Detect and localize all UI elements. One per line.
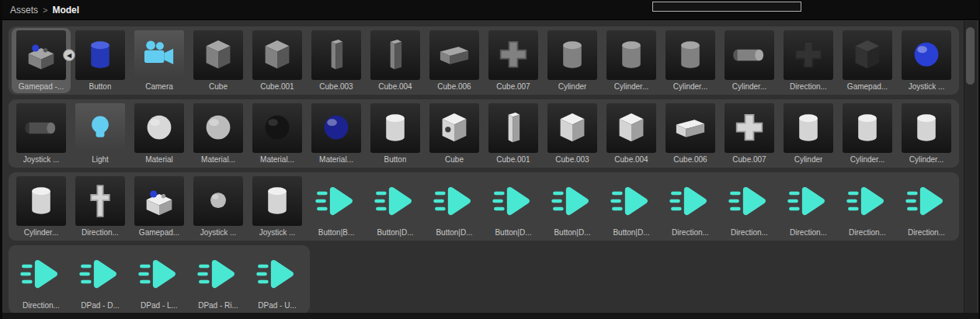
asset-item[interactable]: Material... xyxy=(248,101,307,166)
asset-label: Material... xyxy=(260,155,294,165)
asset-item[interactable]: DPad - U... xyxy=(248,247,307,312)
asset-item[interactable]: Cube xyxy=(189,28,248,93)
asset-label: Button|B... xyxy=(318,228,355,238)
panel-icon xyxy=(373,33,418,78)
asset-item[interactable]: Button|B... xyxy=(307,174,366,239)
asset-item[interactable]: Cube.006 xyxy=(661,101,720,166)
asset-label: Direction... xyxy=(672,228,709,238)
camera-icon xyxy=(137,33,182,78)
asset-item[interactable]: Direction... xyxy=(779,174,838,239)
asset-label: DPad - L... xyxy=(141,301,178,310)
asset-item[interactable]: DPad - D... xyxy=(71,247,130,312)
asset-thumbnail xyxy=(488,103,538,153)
asset-item[interactable]: Cube.007 xyxy=(484,28,543,93)
asset-thumbnail xyxy=(547,30,597,80)
anim-icon xyxy=(78,251,123,296)
asset-item[interactable]: Cylinder... xyxy=(897,101,956,166)
asset-item[interactable]: DPad - Ri... xyxy=(189,247,248,312)
asset-item[interactable]: Direction... xyxy=(71,174,130,239)
asset-item[interactable]: Direction... xyxy=(838,174,897,239)
asset-item[interactable]: Gamepad... xyxy=(838,28,897,93)
asset-thumbnail xyxy=(488,176,538,226)
asset-item[interactable]: Cylinder xyxy=(779,101,838,166)
asset-label: Cube xyxy=(445,155,464,165)
asset-item[interactable]: Camera xyxy=(130,28,189,93)
asset-item[interactable]: Cube.003 xyxy=(543,101,602,166)
asset-item[interactable]: Cube.004 xyxy=(602,101,661,166)
asset-label: Cube xyxy=(209,82,228,92)
asset-label: Cylinder... xyxy=(24,228,58,238)
asset-item[interactable]: Cylinder... xyxy=(661,28,720,93)
asset-item[interactable]: Button xyxy=(71,28,130,93)
asset-thumbnail xyxy=(843,30,892,80)
asset-thumbnail xyxy=(75,103,125,153)
asset-item[interactable]: Joystick ... xyxy=(248,174,307,239)
asset-item[interactable]: Cylinder... xyxy=(602,28,661,93)
asset-label: Cube.001 xyxy=(496,155,530,165)
gamepad-icon xyxy=(19,33,64,78)
asset-grid: ◀Gamepad -...ButtonCameraCubeCube.001Cub… xyxy=(9,20,961,313)
asset-item[interactable]: Gamepad... xyxy=(130,174,189,239)
asset-item[interactable]: Button|D... xyxy=(366,174,425,239)
asset-thumbnail xyxy=(784,30,833,80)
asset-item[interactable]: Cube.007 xyxy=(720,101,779,166)
asset-item[interactable]: Button|D... xyxy=(425,174,484,239)
sphere-icon xyxy=(904,33,949,78)
asset-item[interactable]: Button|D... xyxy=(484,174,543,239)
asset-thumbnail xyxy=(16,103,66,153)
breadcrumb-model[interactable]: Model xyxy=(52,5,79,16)
asset-item[interactable]: Cube.006 xyxy=(425,28,484,93)
asset-item[interactable]: Cylinder... xyxy=(720,28,779,93)
asset-item[interactable]: Direction... xyxy=(720,174,779,239)
asset-item[interactable]: Direction... xyxy=(12,247,71,312)
cylinder-icon xyxy=(609,33,654,78)
asset-item[interactable]: Joystick ... xyxy=(897,28,956,93)
asset-item[interactable]: Joystick ... xyxy=(189,174,248,239)
asset-thumbnail xyxy=(193,103,243,153)
asset-item[interactable]: Material... xyxy=(307,101,366,166)
expand-badge[interactable]: ◀ xyxy=(63,49,75,61)
asset-item[interactable]: Cube xyxy=(425,101,484,166)
asset-label: Button xyxy=(384,155,407,165)
asset-item[interactable]: Direction... xyxy=(779,28,838,93)
asset-thumbnail xyxy=(193,176,243,226)
asset-item[interactable]: Direction... xyxy=(661,174,720,239)
asset-label: Cube.001 xyxy=(260,82,294,92)
asset-item[interactable]: ◀Gamepad -... xyxy=(12,28,71,93)
asset-item[interactable]: Material... xyxy=(189,101,248,166)
asset-item[interactable]: Cube.004 xyxy=(366,28,425,93)
asset-item[interactable]: Cube.001 xyxy=(484,101,543,166)
search-input[interactable] xyxy=(652,2,801,12)
asset-item[interactable]: Button|D... xyxy=(543,174,602,239)
asset-label: Button|D... xyxy=(436,228,472,238)
asset-item[interactable]: Button|D... xyxy=(602,174,661,239)
asset-item[interactable]: Cube.001 xyxy=(248,28,307,93)
sphere-icon xyxy=(196,106,241,151)
asset-thumbnail xyxy=(134,30,184,80)
asset-item[interactable]: DPad - L... xyxy=(130,247,189,312)
asset-label: Gamepad -... xyxy=(19,82,64,92)
asset-item[interactable]: Direction... xyxy=(897,174,956,239)
asset-item[interactable]: Cylinder... xyxy=(838,101,897,166)
asset-thumbnail xyxy=(725,30,774,80)
asset-item[interactable]: Material xyxy=(130,101,189,166)
asset-item[interactable]: Joystick ... xyxy=(12,101,71,166)
asset-item[interactable]: Cylinder... xyxy=(12,174,71,239)
asset-item[interactable]: Light xyxy=(71,101,130,166)
asset-item[interactable]: Button xyxy=(366,101,425,166)
scrollbar-thumb[interactable] xyxy=(966,27,975,85)
asset-label: Cylinder... xyxy=(850,155,884,165)
asset-item[interactable]: Cylinder xyxy=(543,28,602,93)
anim-icon xyxy=(432,179,477,224)
breadcrumb-assets[interactable]: Assets xyxy=(10,5,38,16)
asset-item[interactable]: Cube.003 xyxy=(307,28,366,93)
asset-label: DPad - D... xyxy=(81,301,119,310)
asset-thumbnail xyxy=(902,30,951,80)
cube-icon xyxy=(196,33,241,78)
cylinder-icon xyxy=(845,106,890,151)
asset-thumbnail xyxy=(725,103,774,153)
asset-label: Joystick ... xyxy=(200,228,237,238)
asset-thumbnail xyxy=(134,249,184,299)
vertical-scrollbar[interactable] xyxy=(964,21,977,313)
asset-label: DPad - U... xyxy=(258,301,296,310)
